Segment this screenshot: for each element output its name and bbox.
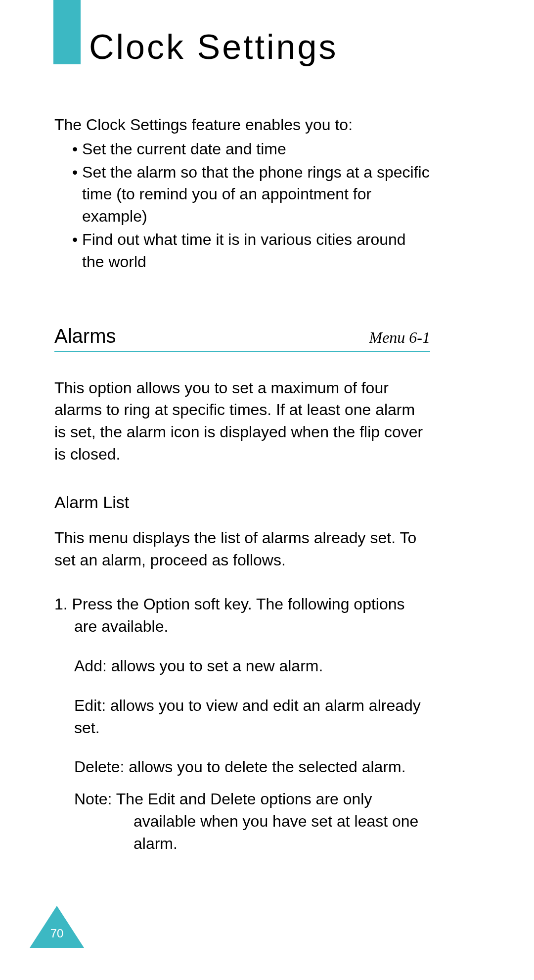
bullet-item: Find out what time it is in various citi…: [72, 229, 430, 273]
subsection-title: Alarm List: [54, 493, 430, 512]
option-text: allows you to view and edit an alarm alr…: [74, 697, 421, 737]
section-title: Alarms: [54, 325, 116, 347]
page-title: Clock Settings: [89, 27, 338, 67]
page-number: 70: [0, 927, 114, 940]
step-1: 1. Press the Option soft key. The follow…: [54, 593, 430, 638]
menu-reference: Menu 6-1: [369, 328, 430, 347]
step-prefix: 1. Press the: [54, 595, 143, 613]
option-key: Add:: [74, 657, 107, 675]
bullet-list: Set the current date and time Set the al…: [54, 138, 430, 273]
note-text: The Edit and Delete options are only ava…: [116, 790, 419, 852]
note-label: Note:: [74, 790, 116, 808]
note: Note: The Edit and Delete options are on…: [54, 788, 430, 854]
option-key: Edit:: [74, 697, 106, 714]
option-edit: Edit: allows you to view and edit an ala…: [54, 695, 430, 739]
option-add: Add: allows you to set a new alarm.: [54, 655, 430, 677]
option-text: allows you to delete the selected alarm.: [124, 758, 405, 776]
option-softkey-name: Option: [143, 595, 190, 613]
content-area: The Clock Settings feature enables you t…: [54, 114, 430, 855]
option-text: allows you to set a new alarm.: [107, 657, 323, 675]
bullet-item: Set the current date and time: [72, 138, 430, 160]
intro-text: The Clock Settings feature enables you t…: [54, 114, 430, 136]
option-delete: Delete: allows you to delete the selecte…: [54, 756, 430, 778]
accent-bar: [53, 0, 81, 64]
subsection-description: This menu displays the list of alarms al…: [54, 527, 430, 571]
section-description: This option allows you to set a maximum …: [54, 377, 430, 466]
section-header: Alarms Menu 6-1: [54, 325, 430, 352]
bullet-item: Set the alarm so that the phone rings at…: [72, 161, 430, 228]
option-key: Delete:: [74, 758, 124, 776]
